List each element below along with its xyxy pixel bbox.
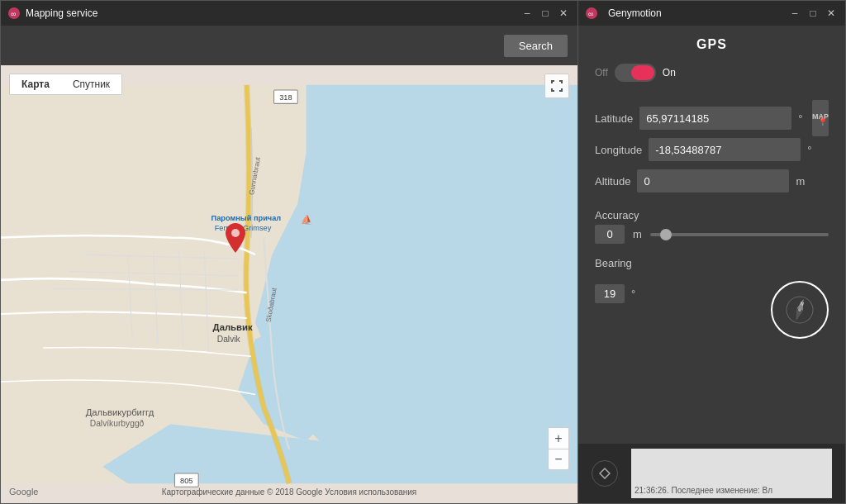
status-text: 21:36:26. Последнее изменение: Вл [634,486,772,495]
android-screen-preview: 21:36:26. Последнее изменение: Вл [631,449,832,498]
gps-toggle[interactable] [615,64,656,82]
svg-marker-26 [793,309,803,322]
svg-text:⛵: ⛵ [301,214,313,226]
gps-toggle-row: Off On [578,60,845,90]
latitude-label: Latitude [595,112,633,125]
bearing-unit: ° [631,288,635,300]
svg-text:∞: ∞ [11,10,16,18]
svg-text:∞: ∞ [588,10,593,18]
map-marker[interactable] [226,223,245,255]
slider-thumb [660,229,672,240]
genymotion-logo-icon: ∞ [585,7,598,20]
gps-header: GPS [578,26,845,60]
longitude-row: Longitude ° [595,135,829,164]
accuracy-label: Accuracy [578,202,845,225]
svg-text:N: N [800,301,805,307]
close-button[interactable]: ✕ [556,6,571,21]
tab-sputnik[interactable]: Спутник [61,74,121,94]
latitude-degree: ° [798,112,802,125]
map-container[interactable]: 805 318 Паромный причал Ferry to Grimsey… [1,65,577,503]
google-logo: Google [9,487,38,497]
compass-circle[interactable]: N [771,281,829,339]
bearing-label: Bearing [578,250,845,273]
accuracy-slider[interactable] [650,233,829,236]
svg-point-19 [231,229,240,237]
zoom-in-button[interactable]: + [548,427,569,449]
mapping-logo-icon: ∞ [7,7,21,20]
genymotion-titlebar-controls: – □ ✕ [787,6,839,21]
location-pin-icon [226,223,245,253]
svg-text:📍: 📍 [817,116,829,126]
svg-text:805: 805 [180,477,192,485]
minimize-button[interactable]: – [520,6,535,21]
bearing-value-row: 19 ° [595,284,635,303]
genymotion-window: ∞ Genymotion – □ ✕ GPS Off On Latitude [578,0,846,504]
map-svg: 805 318 Паромный причал Ferry to Grimsey… [1,65,577,503]
altitude-unit: m [796,175,805,188]
mapping-titlebar: ∞ Mapping service – □ ✕ [1,1,577,26]
longitude-input[interactable] [649,138,801,161]
gps-panel: GPS Off On Latitude ° MAP 📍 [578,26,845,503]
svg-text:Паромный причал: Паромный причал [212,214,282,222]
genymotion-close-button[interactable]: ✕ [824,6,839,21]
svg-marker-29 [600,468,610,478]
mapping-window: ∞ Mapping service – □ ✕ Search [0,0,578,504]
toggle-off-label: Off [595,67,608,78]
fullscreen-icon [550,79,563,93]
toggle-thumb [631,65,654,80]
compass-icon: N [781,291,819,329]
map-tabs: Карта Спутник [9,74,122,95]
latitude-row: Latitude ° MAP 📍 [595,103,829,133]
accuracy-row: 0 m [578,225,845,244]
altitude-label: Altitude [595,175,630,188]
altitude-input[interactable] [637,169,789,193]
fullscreen-button[interactable] [544,74,569,98]
compass-needle: N [781,291,819,329]
map-icon-button[interactable]: MAP 📍 [812,100,829,136]
android-controls: 21:36:26. Последнее изменение: Вл [578,444,845,503]
genymotion-minimize-button[interactable]: – [787,6,802,21]
search-button[interactable]: Search [504,35,568,57]
bearing-left: 19 ° [595,281,635,303]
genymotion-maximize-button[interactable]: □ [806,6,820,21]
map-attribution: Картографические данные © 2018 Google Ус… [162,487,417,497]
latitude-input[interactable] [639,107,791,130]
bearing-value: 19 [595,284,625,303]
longitude-degree: ° [807,144,811,156]
map-pin-icon: MAP 📍 [812,111,829,126]
svg-text:Dalvik: Dalvik [217,335,241,344]
altitude-row: Altitude m [595,166,829,196]
mapping-toolbar: Search [1,26,577,65]
back-icon[interactable] [592,460,618,487]
svg-text:Dalvíkurbyggð: Dalvíkurbyggð [90,419,145,428]
svg-text:Дальвикурбиггд: Дальвикурбиггд [86,407,154,417]
genymotion-titlebar: ∞ Genymotion – □ ✕ [578,1,845,26]
mapping-title: Mapping service [26,7,520,19]
tab-karta[interactable]: Карта [10,74,61,94]
longitude-label: Longitude [595,144,642,156]
genymotion-title: Genymotion [608,7,787,19]
svg-text:318: 318 [279,93,292,102]
toggle-on-label: On [663,67,676,78]
titlebar-controls: – □ ✕ [520,6,571,21]
bearing-section: 19 ° N [578,273,845,339]
zoom-out-button[interactable]: − [548,449,569,470]
diamond-icon [599,468,611,479]
maximize-button[interactable]: □ [538,6,553,21]
accuracy-unit: m [633,228,642,240]
accuracy-value: 0 [595,225,625,244]
gps-fields: Latitude ° MAP 📍 Longitude ° [578,97,845,202]
svg-text:Дальвик: Дальвик [213,322,253,332]
zoom-controls: + − [548,427,569,470]
